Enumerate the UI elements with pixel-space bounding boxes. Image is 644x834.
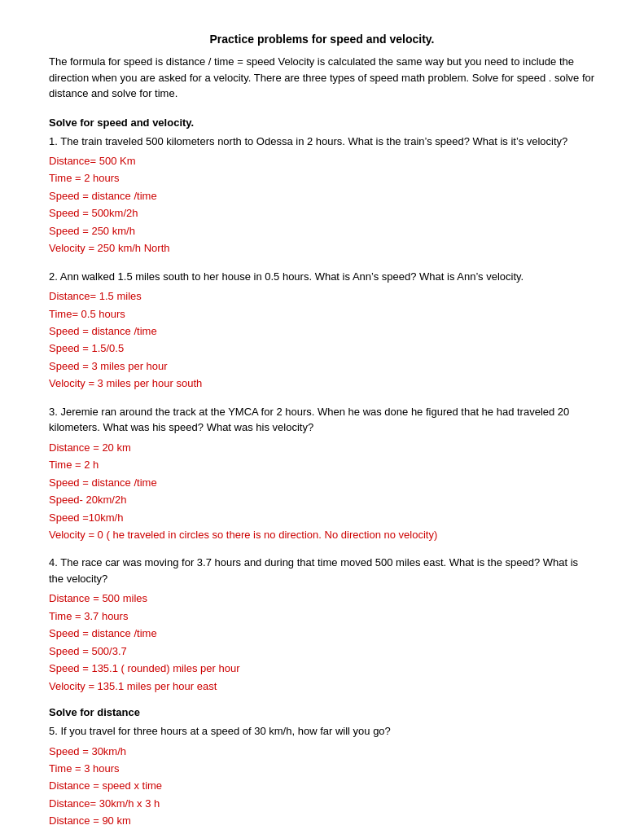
answer-line: Speed = distance /time [49, 323, 595, 340]
answer-line: Speed- 20km/2h [49, 491, 595, 508]
answer-line: Time = 2 h [49, 456, 595, 473]
answer-line: Time= 0.5 hours [49, 305, 595, 323]
intro-text: The formula for speed is distance / time… [49, 54, 595, 102]
problem-text-1: 1. The train traveled 500 kilometers nor… [49, 134, 595, 150]
section2-title: Solve for distance [49, 706, 595, 718]
answer-line: Time = 3.7 hours [49, 608, 595, 625]
answer-line: Speed = 500/3.7 [49, 643, 595, 660]
problem-group-5: 5. If you travel for three hours at a sp… [49, 723, 595, 830]
problem-text-3: 3. Jeremie ran around the track at the Y… [49, 404, 595, 436]
answer-line: Speed = distance /time [49, 625, 595, 642]
problems-section-2: 5. If you travel for three hours at a sp… [49, 723, 595, 834]
page-title: Practice problems for speed and velocity… [49, 33, 595, 46]
answer-line: Velocity = 250 km/h North [49, 239, 595, 257]
answer-block-2: Distance= 1.5 milesTime= 0.5 hoursSpeed … [49, 288, 595, 393]
problem-text-2: 2. Ann walked 1.5 miles south to her hou… [49, 269, 595, 285]
answer-block-4: Distance = 500 milesTime = 3.7 hoursSpee… [49, 590, 595, 695]
section1-title: Solve for speed and velocity. [49, 116, 595, 129]
problem-group-2: 2. Ann walked 1.5 miles south to her hou… [49, 269, 595, 393]
answer-line: Speed = distance /time [49, 474, 595, 491]
answer-line: Time = 2 hours [49, 169, 595, 187]
answer-line: Speed = 500km/2h [49, 204, 595, 222]
answer-block-1: Distance= 500 KmTime = 2 hoursSpeed = di… [49, 152, 595, 257]
answer-block-5: Speed = 30km/hTime = 3 hoursDistance = s… [49, 743, 595, 830]
problem-group-4: 4. The race car was moving for 3.7 hours… [49, 555, 595, 695]
answer-block-3: Distance = 20 kmTime = 2 hSpeed = distan… [49, 439, 595, 544]
answer-line: Distance = 90 km [49, 812, 595, 829]
problems-section-1: 1. The train traveled 500 kilometers nor… [49, 134, 595, 696]
problem-text-4: 4. The race car was moving for 3.7 hours… [49, 555, 595, 586]
page-container: Practice problems for speed and velocity… [49, 33, 595, 834]
answer-line: Distance= 500 Km [49, 152, 595, 169]
answer-line: Time = 3 hours [49, 760, 595, 777]
answer-line: Distance= 30km/h x 3 h [49, 795, 595, 812]
answer-line: Speed = 135.1 ( rounded) miles per hour [49, 660, 595, 677]
answer-line: Speed = distance /time [49, 187, 595, 204]
answer-line: Distance = 500 miles [49, 590, 595, 607]
answer-line: Velocity = 0 ( he traveled in circles so… [49, 526, 595, 543]
problem-group-3: 3. Jeremie ran around the track at the Y… [49, 404, 595, 544]
answer-line: Speed = 3 miles per hour [49, 358, 595, 375]
problem-group-1: 1. The train traveled 500 kilometers nor… [49, 134, 595, 257]
answer-line: Speed = 30km/h [49, 743, 595, 760]
answer-line: Distance = 20 km [49, 439, 595, 456]
answer-line: Distance = speed x time [49, 777, 595, 794]
answer-line: Velocity = 135.1 miles per hour east [49, 678, 595, 695]
problem-text-5: 5. If you travel for three hours at a sp… [49, 723, 595, 740]
answer-line: Speed = 1.5/0.5 [49, 340, 595, 357]
answer-line: Speed = 250 km/h [49, 222, 595, 239]
answer-line: Velocity = 3 miles per hour south [49, 375, 595, 392]
answer-line: Speed =10km/h [49, 509, 595, 526]
answer-line: Distance= 1.5 miles [49, 288, 595, 305]
